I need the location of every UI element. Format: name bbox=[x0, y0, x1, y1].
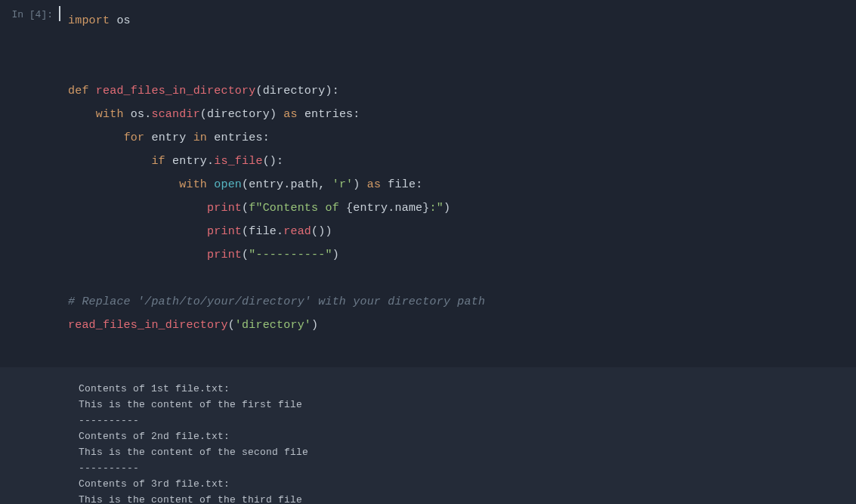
fn-read: read bbox=[283, 225, 311, 238]
output-line: This is the content of the second file bbox=[79, 444, 848, 460]
fn-isfile: is_file bbox=[214, 155, 262, 168]
string-dashes: "----------" bbox=[249, 249, 332, 261]
output-line: Contents of 2nd file.txt: bbox=[79, 428, 848, 444]
input-prompt: In [4]: bbox=[0, 0, 60, 367]
fn-call-main: read_files_in_directory bbox=[68, 319, 228, 332]
keyword-if: if bbox=[151, 155, 165, 168]
output-line: ---------- bbox=[79, 413, 848, 428]
keyword-def: def bbox=[68, 85, 89, 97]
comment-line: # Replace '/path/to/your/directory' with… bbox=[68, 295, 485, 308]
input-cell: In [4]: import os def read_files_in_dire… bbox=[0, 0, 856, 367]
keyword-in: in bbox=[193, 131, 207, 144]
output-line: This is the content of the first file bbox=[79, 397, 848, 413]
keyword-for: for bbox=[124, 131, 145, 144]
output-line: This is the content of the third file bbox=[79, 492, 848, 504]
output-line: Contents of 3rd file.txt: bbox=[79, 476, 848, 492]
fn-scandir: scandir bbox=[151, 108, 199, 121]
string-directory: 'directory' bbox=[235, 319, 311, 332]
code-editor[interactable]: import os def read_files_in_directory(di… bbox=[60, 0, 856, 367]
keyword-import: import bbox=[68, 14, 110, 27]
string-r: 'r' bbox=[332, 178, 354, 191]
builtin-open: open bbox=[214, 178, 242, 191]
param-directory: directory bbox=[263, 85, 326, 97]
cursor-icon bbox=[59, 6, 60, 21]
keyword-with: with bbox=[96, 108, 124, 121]
output-line: Contents of 1st file.txt: bbox=[79, 381, 848, 397]
fn-print: print bbox=[207, 202, 242, 215]
output-area: Contents of 1st file.txt: This is the co… bbox=[0, 367, 856, 504]
keyword-as: as bbox=[283, 108, 297, 121]
module-os: os bbox=[116, 14, 130, 27]
output-line: ---------- bbox=[79, 460, 848, 476]
function-name: read_files_in_directory bbox=[96, 85, 256, 97]
